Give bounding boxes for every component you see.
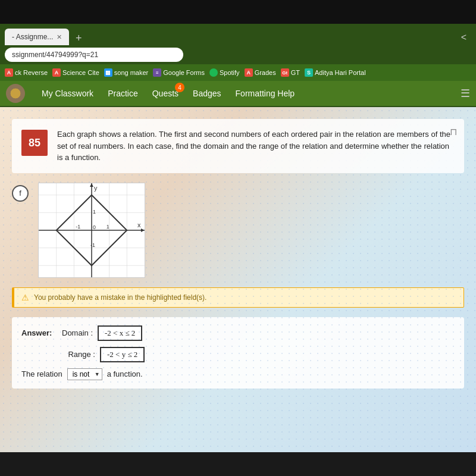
bookmark-icon-spotify <box>209 68 218 77</box>
top-bar <box>0 0 476 24</box>
nav-tabs: My Classwork Practice Quests 4 Badges Fo… <box>0 81 476 106</box>
browser-chrome: - Assignme... ✕ + < A ck Reverse A Scien… <box>0 24 476 107</box>
main-content: 85 Each graph shows a relation. The firs… <box>0 107 476 452</box>
bookmark-grades[interactable]: A Grades <box>245 68 276 77</box>
svg-text:x: x <box>137 221 141 228</box>
svg-text:1: 1 <box>107 224 109 230</box>
range-value-box[interactable]: -2 < y ≤ 2 <box>100 347 145 362</box>
domain-row: Answer: Domain : -2 < x ≤ 2 <box>21 325 455 341</box>
graph-part-label: f <box>12 185 29 202</box>
bookmark-spotify[interactable]: Spotify <box>209 68 240 77</box>
question-text: Each graph shows a relation. The first a… <box>57 129 452 164</box>
bookmark-song-maker[interactable]: ▦ song maker <box>104 68 148 77</box>
bookmark-google-forms[interactable]: ≡ Google Forms <box>153 68 205 77</box>
bookmark-icon-aditya: S <box>305 68 313 77</box>
logo-icon <box>10 87 21 99</box>
range-row: Range : -2 < y ≤ 2 <box>21 347 455 362</box>
bookmark-icon-science: A <box>52 68 61 77</box>
relation-suffix: a function. <box>107 369 143 378</box>
bookmark-icon-ck: A <box>5 68 13 77</box>
relation-row: The relation is not is a function. <box>21 368 455 380</box>
error-text: You probably have a mistake in the highl… <box>34 293 206 302</box>
svg-text:-1: -1 <box>76 224 80 230</box>
new-tab-button[interactable]: + <box>71 31 86 45</box>
graph-section: f <box>12 183 464 278</box>
bookmark-icon-song: ▦ <box>104 68 112 77</box>
domain-value-box[interactable]: -2 < x ≤ 2 <box>98 325 142 341</box>
bookmark-aditya[interactable]: S Aditya Hari Portal <box>305 68 366 77</box>
relation-prefix: The relation <box>21 369 62 378</box>
bookmarks-bar: A ck Reverse A Science Cite ▦ song maker… <box>0 64 476 81</box>
address-bar <box>0 45 476 64</box>
bookmark-ck-reverse[interactable]: A ck Reverse <box>5 68 48 77</box>
quests-badge: 4 <box>175 83 184 92</box>
active-tab[interactable]: - Assignme... ✕ <box>5 29 69 45</box>
question-number: 85 <box>21 130 48 156</box>
tab-my-classwork[interactable]: My Classwork <box>42 86 93 101</box>
error-message: ⚠ You probably have a mistake in the hig… <box>12 287 464 308</box>
bookmark-label-grades: Grades <box>255 69 276 76</box>
tab-formatting-help[interactable]: Formatting Help <box>236 86 295 101</box>
bookmark-label-ck: ck Reverse <box>15 69 48 76</box>
range-prefix-label: Range : <box>62 350 95 359</box>
tab-quests[interactable]: Quests 4 <box>152 86 178 101</box>
domain-prefix-label: Domain : <box>62 328 93 337</box>
answer-label: Answer: <box>21 328 57 337</box>
svg-text:0: 0 <box>93 224 96 230</box>
tab-close-button[interactable]: ✕ <box>57 33 62 41</box>
collapse-button[interactable]: < <box>456 30 471 45</box>
tab-badges[interactable]: Badges <box>193 86 221 101</box>
bookmark-question-icon[interactable]: ⊓ <box>450 126 457 137</box>
bookmark-label-aditya: Aditya Hari Portal <box>315 69 366 76</box>
svg-marker-14 <box>90 183 93 187</box>
svg-text:y: y <box>94 184 98 191</box>
answer-section: Answer: Domain : -2 < x ≤ 2 Range : -2 <… <box>12 317 464 389</box>
domain-value: -2 < x ≤ 2 <box>105 328 135 337</box>
bookmark-label-song: song maker <box>114 69 148 76</box>
svg-text:-1: -1 <box>90 242 95 248</box>
nav-right-controls: ☰ <box>461 87 470 100</box>
tab-practice[interactable]: Practice <box>108 86 138 101</box>
warning-icon: ⚠ <box>21 293 29 302</box>
range-value: -2 < y ≤ 2 <box>107 350 137 359</box>
nav-logo <box>6 84 25 103</box>
tab-bar: - Assignme... ✕ + < <box>0 24 476 45</box>
bookmark-gt[interactable]: Gt GT <box>281 68 300 77</box>
svg-marker-13 <box>141 228 145 232</box>
bookmark-label-forms: Google Forms <box>163 69 205 76</box>
bookmark-icon-grades: A <box>245 68 253 77</box>
graph-container: x y 0 1 -1 1 -1 <box>38 183 145 278</box>
svg-point-0 <box>10 88 21 99</box>
bookmark-icon-gt: Gt <box>281 68 289 77</box>
bookmark-label-gt: GT <box>291 69 300 76</box>
question-card: 85 Each graph shows a relation. The firs… <box>12 119 464 173</box>
bookmark-icon-forms: ≡ <box>153 68 161 77</box>
bookmark-science-cite[interactable]: A Science Cite <box>52 68 99 77</box>
relation-dropdown[interactable]: is not is <box>67 368 102 380</box>
menu-icon[interactable]: ☰ <box>461 87 470 99</box>
tab-label: - Assignme... <box>12 33 53 41</box>
graph-svg: x y 0 1 -1 1 -1 <box>39 183 145 277</box>
svg-text:1: 1 <box>93 209 96 215</box>
bookmark-label-science: Science Cite <box>62 69 99 76</box>
relation-dropdown-wrapper[interactable]: is not is <box>67 368 102 380</box>
bookmark-label-spotify: Spotify <box>220 69 240 76</box>
url-input[interactable] <box>5 48 183 62</box>
